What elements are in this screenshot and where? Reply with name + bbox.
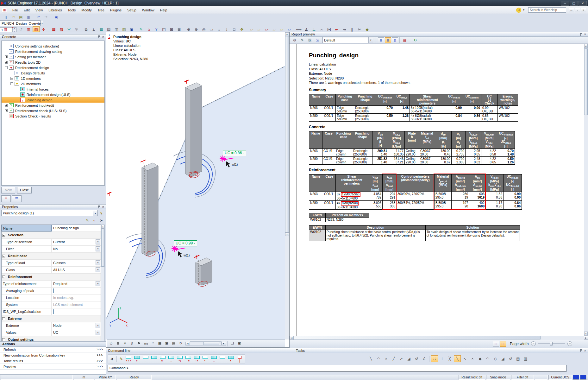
collapse-icon[interactable]	[2, 234, 5, 237]
dimension-style-icon[interactable]: ↦	[193, 355, 201, 363]
pin-icon[interactable]	[97, 205, 100, 209]
dots-icon[interactable]: ∷	[150, 340, 156, 346]
dimension-style-icon[interactable]: —	[150, 355, 158, 363]
tree-item-2d-members[interactable]: ▰2D members	[2, 81, 104, 86]
chevron-down-icon[interactable]: ▼	[96, 239, 100, 244]
menu-libraries[interactable]: Libraries	[46, 7, 65, 13]
close-button-tree[interactable]: Close	[17, 187, 32, 193]
scroll-up-icon[interactable]: ▲	[101, 225, 104, 229]
prop-row-selection[interactable]: Selection	[2, 232, 101, 239]
prop-row-location[interactable]: LocationIn nodes avg.	[2, 294, 101, 301]
tree-item-design-defaults[interactable]: ≡Design defaults	[2, 70, 104, 76]
dimension-style-icon[interactable]: ↔	[167, 355, 175, 363]
pin-icon[interactable]	[579, 33, 582, 36]
command-input[interactable]: Command >	[108, 365, 566, 372]
chevron-down-icon[interactable]: ▼	[96, 281, 100, 286]
draw-dimension-icon[interactable]: ✎	[118, 356, 124, 363]
menu-view[interactable]: View	[33, 7, 46, 13]
prop-row-ids-wp-logcalculation[interactable]: IDS_WP_LogCalculation	[2, 308, 101, 315]
menu-help[interactable]: Help	[157, 7, 170, 13]
action-refresh[interactable]: Refresh>>>	[0, 347, 106, 352]
tree-item-setting-per-member[interactable]: ≡Setting per member	[2, 54, 104, 60]
chevron-down-icon[interactable]: ▼	[96, 323, 100, 328]
status-units[interactable]: m	[74, 375, 94, 380]
fit-page-button[interactable]: ⊞	[378, 37, 384, 43]
zoom-in-icon[interactable]: +	[567, 341, 572, 346]
pin-icon[interactable]	[579, 349, 582, 352]
view-cube-icon[interactable]: ◇	[108, 340, 114, 346]
print-edit-icon[interactable]: ✎	[299, 37, 306, 43]
maximize-button[interactable]: ▢	[570, 1, 578, 6]
dimension-plane-icon[interactable]: ┼	[236, 355, 244, 363]
snap-mode-icon[interactable]: ◆	[477, 355, 484, 362]
open-icon[interactable]: ▱	[10, 14, 17, 20]
status-filter[interactable]: Filter off	[511, 375, 534, 380]
tree-item-concrete-settings-structure[interactable]: ≡Concrete settings (structure)	[2, 43, 104, 49]
chevron-down-icon[interactable]: ▼	[368, 37, 373, 43]
brush-icon[interactable]: ✎	[84, 218, 91, 223]
status-snap-mode[interactable]: Snap mode	[486, 375, 510, 380]
save-all-icon[interactable]: ▤	[17, 14, 24, 20]
dimension-style-icon[interactable]: ↔	[142, 355, 150, 363]
fit-page-button-2[interactable]: ⊞	[493, 341, 499, 347]
collapse-icon[interactable]	[2, 276, 5, 278]
refresh-view-icon[interactable]: ↻	[178, 340, 184, 346]
menu-window[interactable]: Window	[139, 7, 157, 13]
prop-row-system[interactable]: SystemLCS mesh element	[2, 301, 101, 308]
scroll-up-icon[interactable]: ▲	[285, 32, 289, 36]
menu-tree[interactable]: Tree	[95, 7, 107, 13]
tree-item-punching-design[interactable]: ┬Punching design	[2, 97, 104, 103]
tree-item-section-check-results[interactable]: ☑Section Check - results	[2, 113, 104, 119]
child-restore-button[interactable]: ▫	[575, 8, 580, 12]
send-icon[interactable]: ➤	[98, 218, 104, 223]
prop-row-reinforcement[interactable]: Reinforcement	[2, 274, 101, 281]
child-close-button[interactable]: ×	[581, 8, 586, 12]
redo-icon[interactable]: ↷	[43, 14, 50, 20]
update-icon[interactable]: ◐	[91, 218, 97, 223]
snap-mode-icon[interactable]: ∷	[431, 355, 438, 362]
menu-edit[interactable]: Edit	[21, 7, 33, 13]
collapse-icon[interactable]	[2, 338, 5, 341]
export-icon[interactable]: ⇲	[314, 37, 321, 43]
smiley-dropdown-icon[interactable]: ▼	[521, 9, 526, 11]
cursor-snap-icon[interactable]: ◢	[405, 355, 412, 362]
snap-mode-icon[interactable]: ↺	[507, 355, 514, 362]
info-icon[interactable]: i	[107, 33, 111, 39]
status-result-lock[interactable]: Result lock: off	[459, 375, 485, 380]
filter-list-icon[interactable]: ⊽	[98, 210, 104, 216]
scroll-up-icon[interactable]: ▲	[584, 44, 588, 48]
zoom-slider[interactable]	[538, 343, 565, 344]
window-restore-icon[interactable]: ❐	[229, 341, 235, 346]
snap-mode-icon[interactable]: ╲	[454, 355, 461, 362]
prop-row-values[interactable]: ValuesUC▼	[2, 329, 101, 336]
chevron-down-icon[interactable]: ▼	[96, 246, 100, 251]
new-file-icon[interactable]: ▯	[2, 14, 9, 20]
webhelp-search-input[interactable]	[528, 7, 566, 13]
dimension-style-icon[interactable]: ⇆	[176, 355, 184, 363]
viewport-hscrollbar[interactable]	[190, 341, 222, 345]
project-manager-icon[interactable]: ▣	[53, 14, 60, 20]
snap-mode-icon[interactable]: ↖	[461, 355, 468, 362]
scroll-right-icon[interactable]: ▶	[222, 342, 226, 345]
prop-row-extreme[interactable]: Extreme	[2, 315, 101, 322]
cursor-snap-icon[interactable]: ×	[383, 355, 390, 362]
model-viewport[interactable]: z x y i Punching designValues: UCLinear …	[106, 32, 290, 348]
tree-item-reinforcement-input-edit[interactable]: ✎Reinforcement input+edit	[2, 103, 104, 108]
scroll-right-icon[interactable]: ▶	[584, 336, 588, 340]
report-page[interactable]: Punching design Linear calculationClass:…	[290, 44, 584, 336]
tasks-panel-title[interactable]: Tasks	[296, 349, 305, 352]
snap-mode-icon[interactable]: ×	[469, 355, 476, 362]
fit-width-button-2[interactable]: ⊟	[500, 341, 506, 347]
snap-mode-icon[interactable]: ◢	[499, 355, 506, 362]
prop-row-type-of-reinforcement[interactable]: Type of reinforcementRequired▼	[2, 281, 101, 288]
tree-item-1d-members[interactable]: ⫼1D members	[2, 76, 104, 81]
report-vscrollbar[interactable]: ▲ ▼	[584, 44, 588, 336]
scroll-left-icon[interactable]: ◀	[185, 342, 190, 345]
prop-row-type-of-selection[interactable]: Type of selectionCurrent▼	[2, 239, 101, 246]
prop-row-result-case[interactable]: Result case	[2, 253, 101, 260]
tab-window[interactable]: ▭	[12, 195, 22, 202]
status-ready[interactable]: Ready	[117, 375, 152, 380]
child-minimize-button[interactable]: ─	[569, 8, 574, 12]
mesh-icon[interactable]: ▦	[157, 340, 163, 346]
expand-icon[interactable]	[5, 104, 8, 107]
